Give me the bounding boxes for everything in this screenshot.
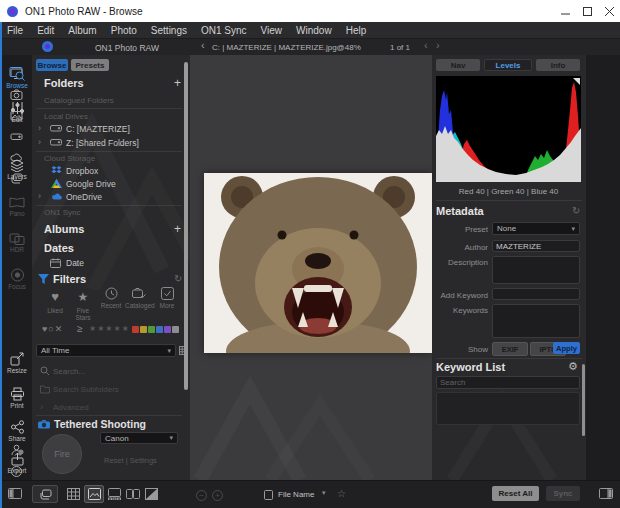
rail-pano[interactable]: Pano [0,196,34,217]
sort-star-icon[interactable]: ☆ [337,488,346,499]
expander-icon[interactable]: › [40,403,43,411]
albums-header[interactable]: Albums [44,223,84,235]
cloud-item-onedrive[interactable]: OneDrive [66,192,102,202]
search-subfolders-option[interactable]: Search Subfolders [53,385,119,394]
tethered-camera-select[interactable]: Canon ▾ [100,432,178,444]
close-button[interactable] [598,0,620,22]
view-detail-icon[interactable] [145,488,158,500]
star-rating-filter[interactable]: ★★★★★ [89,324,130,333]
cloud-item-dropbox[interactable]: Dropbox [66,166,98,176]
add-album-button[interactable]: + [174,224,181,234]
gear-icon[interactable]: ⚙ [568,360,578,373]
left-panel-scrollbar[interactable] [184,62,188,390]
histogram[interactable] [436,76,581,182]
breadcrumb[interactable]: C: | MAZTERIZE | MAZTERIZE.jpg@48% [212,43,361,52]
like-filter-icons[interactable]: ♥○✕ [42,324,63,334]
camera-source-icon[interactable] [10,89,23,100]
view-filmstrip-icon[interactable] [108,488,121,500]
filter-search-field[interactable]: Search... [53,367,85,376]
metadata-header[interactable]: Metadata [436,205,484,217]
metadata-preset-select[interactable]: None ▾ [492,222,580,235]
rail-print[interactable]: Print [0,387,34,409]
chevron-down-icon[interactable]: ▾ [322,489,326,497]
sync-button[interactable]: Sync [546,486,580,501]
tab-browse[interactable]: Browse [36,59,68,71]
menu-window[interactable]: Window [289,25,339,36]
keyword-list-header[interactable]: Keyword List [436,361,505,373]
rail-layers[interactable]: Layers [0,158,34,180]
breadcrumb-back-icon[interactable]: ‹ [201,41,205,49]
dates-header[interactable]: Dates [44,242,74,254]
view-grid-icon[interactable] [67,488,80,500]
menu-view[interactable]: View [254,25,290,36]
add-folder-button[interactable]: + [174,78,181,88]
rail-focus[interactable]: Focus [0,268,34,290]
menu-album[interactable]: Album [61,25,103,36]
rail-share[interactable]: Share [0,420,34,442]
minimize-button[interactable] [554,0,576,22]
add-keyword-field[interactable] [492,288,580,300]
right-panel-scrollbar[interactable] [582,364,585,436]
stacks-toggle-button[interactable] [32,485,58,503]
color-label-blue[interactable] [156,326,163,333]
zoom-in-button[interactable]: + [212,490,223,501]
tab-levels[interactable]: Levels [484,59,532,71]
date-item[interactable]: Date [66,258,84,268]
filter-more-button[interactable]: More [153,287,181,309]
photo-bear[interactable] [204,173,432,353]
menu-edit[interactable]: Edit [30,25,61,36]
rail-resize[interactable]: Resize [0,352,34,374]
tab-info[interactable]: Info [536,59,580,71]
menu-file[interactable]: File [0,25,30,36]
filter-five-stars-button[interactable]: ★ Five Stars [69,287,97,321]
filter-recent-button[interactable]: Recent [97,287,125,309]
reset-metadata-icon[interactable]: ↻ [572,205,580,216]
color-label-red[interactable] [132,326,139,333]
filter-cataloged-button[interactable]: Cataloged [125,287,153,309]
prev-photo-icon[interactable]: ‹ [424,41,428,49]
color-label-gray[interactable] [172,326,179,333]
rail-browse[interactable]: Browse [0,66,34,89]
zoom-out-button[interactable]: − [196,490,207,501]
cloud-item-google-drive[interactable]: Google Drive [66,179,116,189]
gte-icon[interactable]: ≥ [77,323,83,334]
folder-item-drive-z[interactable]: Z: [Shared Folders] [66,138,139,148]
rail-edit[interactable]: Edit [0,101,34,123]
dislike-icon[interactable]: ✕ [55,324,64,334]
next-photo-icon[interactable]: › [436,41,440,49]
author-field[interactable] [492,240,580,252]
keyword-list-search-input[interactable] [436,376,580,389]
rail-hdr[interactable]: HDR [0,232,34,253]
filters-header[interactable]: Filters [53,273,86,285]
keywords-field[interactable] [492,304,580,338]
folders-header[interactable]: Folders [44,77,84,89]
menu-settings[interactable]: Settings [144,25,194,36]
toggle-right-panel-icon[interactable] [599,488,613,499]
description-field[interactable] [492,256,580,284]
sort-by-select[interactable]: File Name [278,490,314,499]
expander-icon[interactable]: › [38,192,41,200]
expander-icon[interactable]: › [38,138,41,146]
color-label-green[interactable] [148,326,155,333]
keyword-list-area[interactable] [436,392,580,425]
view-compare-icon[interactable] [126,488,140,500]
reset-filters-icon[interactable]: ↻ [174,273,182,284]
maximize-button[interactable] [576,0,598,22]
color-label-purple[interactable] [164,326,171,333]
menu-photo[interactable]: Photo [104,25,144,36]
menu-on1sync[interactable]: ON1 Sync [194,25,254,36]
view-single-button[interactable] [84,485,104,503]
tethered-reset-settings-links[interactable]: Reset | Settings [104,456,157,465]
reset-all-button[interactable]: Reset All [492,486,539,501]
apply-metadata-button[interactable]: Apply [553,342,580,354]
menu-help[interactable]: Help [339,25,374,36]
time-range-select[interactable]: All Time ▾ [36,344,176,357]
expander-icon[interactable]: › [38,124,41,132]
toggle-left-panel-icon[interactable] [8,488,22,499]
fire-button[interactable]: Fire [42,434,82,474]
show-exif-button[interactable]: EXIF [492,342,528,356]
tab-nav[interactable]: Nav [436,59,480,71]
tethered-shooting-header[interactable]: Tethered Shooting [54,418,146,430]
drive-source-icon[interactable] [10,131,23,142]
filter-liked-button[interactable]: ♥ Liked [41,287,69,314]
